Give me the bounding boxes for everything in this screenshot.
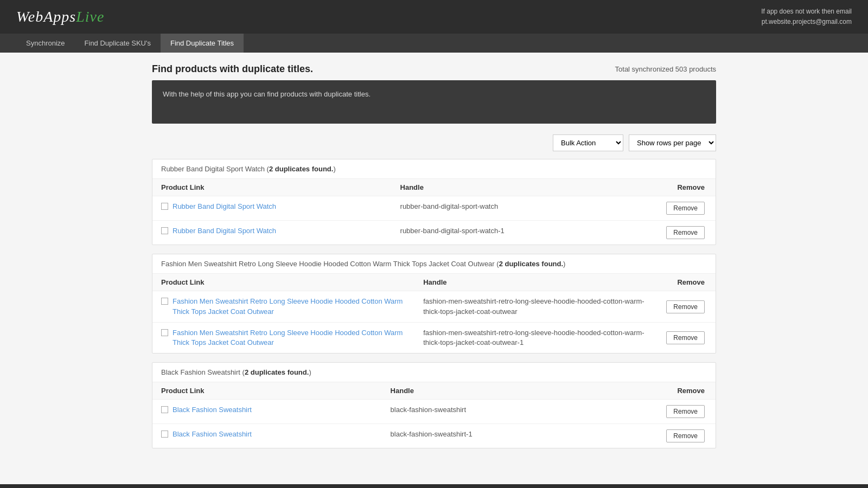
page-header: Find products with duplicate titles. Tot… bbox=[152, 63, 716, 75]
group-title-1: Fashion Men Sweatshirt Retro Long Sleeve… bbox=[152, 254, 716, 274]
col-header-product_link-0: Product Link bbox=[152, 179, 392, 196]
header: WebAppsLive If app does not work then em… bbox=[0, 0, 868, 34]
product-link-1-1[interactable]: Fashion Men Sweatshirt Retro Long Sleeve… bbox=[173, 328, 406, 348]
remove-button-2-1[interactable]: Remove bbox=[666, 429, 705, 442]
remove-button-2-0[interactable]: Remove bbox=[666, 405, 705, 418]
table-row: Rubber Band Digital Sport Watchrubber-ba… bbox=[152, 196, 716, 221]
remove-button-1-1[interactable]: Remove bbox=[666, 331, 705, 344]
row-checkbox-0-0[interactable] bbox=[161, 203, 168, 210]
group-title-0: Rubber Band Digital Sport Watch (2 dupli… bbox=[152, 159, 716, 179]
row-checkbox-0-1[interactable] bbox=[161, 227, 168, 234]
product-table-2: Product LinkHandleRemoveBlack Fashion Sw… bbox=[152, 382, 716, 448]
col-header-remove-2: Remove bbox=[592, 382, 716, 400]
duplicate-group-2: Black Fashion Sweatshirt (2 duplicates f… bbox=[152, 362, 716, 448]
group-title-2: Black Fashion Sweatshirt (2 duplicates f… bbox=[152, 363, 716, 382]
footer: © 2018 WebAppsLive.Com Contact us on Sky… bbox=[0, 484, 868, 488]
remove-button-0-1[interactable]: Remove bbox=[666, 226, 705, 239]
handle-2-1: black-fashion-sweatshirt-1 bbox=[382, 424, 593, 448]
remove-button-1-0[interactable]: Remove bbox=[666, 300, 705, 313]
handle-2-0: black-fashion-sweatshirt bbox=[382, 400, 593, 424]
toolbar: Bulk Action Show rows per page bbox=[152, 134, 716, 151]
nav: Synchronize Find Duplicate SKU's Find Du… bbox=[0, 34, 868, 53]
nav-find-duplicate-titles[interactable]: Find Duplicate Titles bbox=[161, 34, 244, 53]
handle-0-1: rubber-band-digital-sport-watch-1 bbox=[392, 221, 611, 245]
product-link-1-0[interactable]: Fashion Men Sweatshirt Retro Long Sleeve… bbox=[173, 297, 406, 316]
nav-find-duplicate-skus[interactable]: Find Duplicate SKU's bbox=[75, 34, 161, 53]
groups-container: Rubber Band Digital Sport Watch (2 dupli… bbox=[152, 159, 716, 448]
product-link-0-1[interactable]: Rubber Band Digital Sport Watch bbox=[173, 226, 276, 236]
table-row: Fashion Men Sweatshirt Retro Long Sleeve… bbox=[152, 291, 716, 322]
table-row: Black Fashion Sweatshirtblack-fashion-sw… bbox=[152, 424, 716, 448]
product-link-2-0[interactable]: Black Fashion Sweatshirt bbox=[173, 405, 252, 415]
info-box: With the help of this app you can find p… bbox=[152, 80, 716, 124]
row-checkbox-2-0[interactable] bbox=[161, 406, 168, 413]
nav-synchronize[interactable]: Synchronize bbox=[16, 34, 75, 53]
logo: WebAppsLive bbox=[16, 8, 104, 25]
col-header-handle-2: Handle bbox=[382, 382, 593, 400]
page-title: Find products with duplicate titles. bbox=[152, 63, 313, 75]
col-header-product_link-1: Product Link bbox=[152, 274, 414, 291]
col-header-handle-1: Handle bbox=[414, 274, 658, 291]
col-header-remove-1: Remove bbox=[658, 274, 716, 291]
col-header-product_link-2: Product Link bbox=[152, 382, 382, 400]
product-link-2-1[interactable]: Black Fashion Sweatshirt bbox=[173, 429, 252, 439]
handle-0-0: rubber-band-digital-sport-watch bbox=[392, 196, 611, 221]
show-rows-select[interactable]: Show rows per page bbox=[629, 134, 716, 151]
handle-1-1: fashion-men-sweatshirt-retro-long-sleeve… bbox=[414, 322, 658, 353]
row-checkbox-1-0[interactable] bbox=[161, 298, 168, 305]
table-row: Rubber Band Digital Sport Watchrubber-ba… bbox=[152, 221, 716, 245]
duplicate-group-0: Rubber Band Digital Sport Watch (2 dupli… bbox=[152, 159, 716, 245]
header-contact: If app does not work then email pt.websi… bbox=[761, 7, 852, 27]
col-header-handle-0: Handle bbox=[392, 179, 611, 196]
remove-button-0-0[interactable]: Remove bbox=[666, 202, 705, 215]
bulk-action-select[interactable]: Bulk Action bbox=[553, 134, 623, 151]
table-row: Fashion Men Sweatshirt Retro Long Sleeve… bbox=[152, 322, 716, 353]
col-header-remove-0: Remove bbox=[611, 179, 716, 196]
handle-1-0: fashion-men-sweatshirt-retro-long-sleeve… bbox=[414, 291, 658, 322]
row-checkbox-1-1[interactable] bbox=[161, 329, 168, 336]
product-table-0: Product LinkHandleRemoveRubber Band Digi… bbox=[152, 179, 716, 245]
product-table-1: Product LinkHandleRemoveFashion Men Swea… bbox=[152, 274, 716, 353]
row-checkbox-2-1[interactable] bbox=[161, 431, 168, 438]
table-row: Black Fashion Sweatshirtblack-fashion-sw… bbox=[152, 400, 716, 424]
main-content: Find products with duplicate titles. Tot… bbox=[136, 53, 732, 468]
total-products: Total synchronized 503 products bbox=[615, 65, 716, 73]
duplicate-group-1: Fashion Men Sweatshirt Retro Long Sleeve… bbox=[152, 254, 716, 354]
product-link-0-0[interactable]: Rubber Band Digital Sport Watch bbox=[173, 202, 276, 211]
